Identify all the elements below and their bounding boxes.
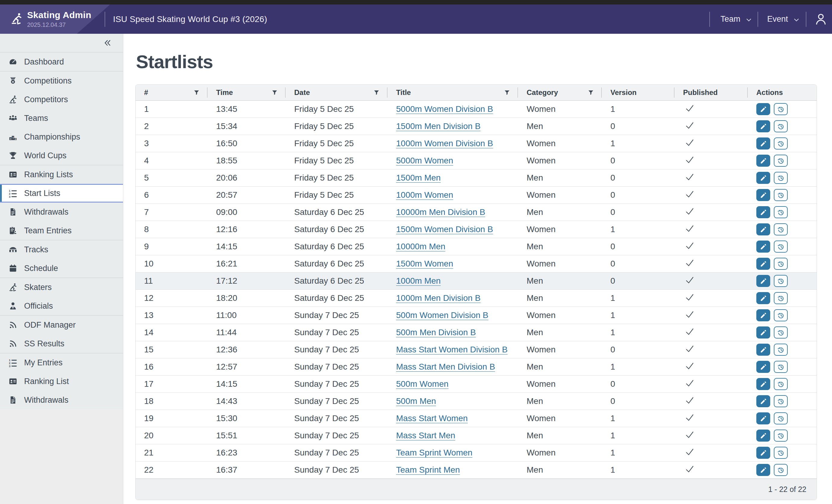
edit-button[interactable] — [756, 189, 770, 201]
filter-icon[interactable] — [373, 89, 380, 96]
team-menu[interactable]: Team — [721, 4, 752, 34]
startlist-title-link[interactable]: 1500m Men — [396, 173, 441, 182]
filter-icon[interactable] — [588, 89, 594, 96]
history-button[interactable] — [774, 361, 788, 373]
startlist-title-link[interactable]: 5000m Women — [396, 156, 453, 165]
startlist-title-link[interactable]: 10000m Men — [396, 242, 445, 251]
edit-button[interactable] — [756, 361, 770, 373]
edit-button[interactable] — [756, 241, 770, 253]
sidebar-item-start-lists[interactable]: Start Lists — [0, 184, 123, 203]
startlist-title-link[interactable]: 500m Men — [396, 396, 436, 406]
sidebar-item-ranking-lists[interactable]: Ranking Lists — [0, 165, 123, 184]
column-header-date[interactable]: Date — [285, 85, 387, 100]
history-button[interactable] — [774, 344, 788, 356]
sidebar-item-schedule[interactable]: Schedule — [0, 259, 123, 277]
history-button[interactable] — [774, 206, 788, 218]
filter-icon[interactable] — [193, 89, 200, 96]
sidebar-item-skaters[interactable]: Skaters — [0, 278, 123, 297]
edit-button[interactable] — [756, 223, 770, 235]
startlist-title-link[interactable]: Mass Start Women Division B — [396, 345, 508, 354]
column-header-actions[interactable]: Actions — [747, 85, 816, 100]
history-button[interactable] — [774, 395, 788, 407]
edit-button[interactable] — [756, 413, 770, 424]
sidebar-item-ranking-list[interactable]: Ranking List — [0, 372, 123, 391]
history-button[interactable] — [774, 378, 788, 390]
startlist-title-link[interactable]: Mass Start Women — [396, 414, 468, 423]
edit-button[interactable] — [756, 344, 770, 356]
history-button[interactable] — [774, 223, 788, 235]
edit-button[interactable] — [756, 258, 770, 270]
startlist-title-link[interactable]: Team Sprint Women — [396, 448, 472, 457]
edit-button[interactable] — [756, 292, 770, 304]
edit-button[interactable] — [756, 326, 770, 339]
sidebar-item-team-entries[interactable]: Team Entries — [0, 221, 123, 240]
history-button[interactable] — [774, 275, 788, 287]
startlist-title-link[interactable]: 1000m Women — [396, 190, 453, 200]
history-button[interactable] — [774, 103, 788, 115]
history-button[interactable] — [774, 189, 788, 201]
filter-icon[interactable] — [504, 89, 510, 96]
sidebar-item-odf-manager[interactable]: ODF Manager — [0, 316, 123, 334]
startlist-title-link[interactable]: Team Sprint Men — [396, 465, 460, 474]
history-button[interactable] — [774, 413, 788, 424]
edit-button[interactable] — [756, 447, 770, 459]
history-button[interactable] — [774, 172, 788, 184]
sidebar-item-my-entries[interactable]: My Entries — [0, 353, 123, 372]
sidebar-item-withdrawals[interactable]: Withdrawals — [0, 203, 123, 221]
column-header-time[interactable]: Time — [207, 85, 285, 100]
column-header-category[interactable]: Category — [518, 85, 601, 100]
edit-button[interactable] — [756, 429, 770, 442]
history-button[interactable] — [774, 447, 788, 459]
history-button[interactable] — [774, 241, 788, 253]
history-button[interactable] — [774, 258, 788, 270]
sidebar-item-competitions[interactable]: Competitions — [0, 72, 123, 90]
history-button[interactable] — [774, 326, 788, 339]
edit-button[interactable] — [756, 137, 770, 150]
event-menu[interactable]: Event — [767, 4, 800, 34]
startlist-title-link[interactable]: 1000m Men — [396, 276, 441, 286]
sidebar-item-officials[interactable]: Officials — [0, 297, 123, 315]
history-button[interactable] — [774, 309, 788, 321]
column-header-title[interactable]: Title — [387, 85, 518, 100]
history-button[interactable] — [774, 292, 788, 304]
startlist-title-link[interactable]: 500m Women — [396, 379, 448, 389]
edit-button[interactable] — [756, 275, 770, 287]
sidebar-item-withdrawals[interactable]: Withdrawals — [0, 391, 123, 409]
startlist-title-link[interactable]: 500m Men Division B — [396, 328, 476, 337]
edit-button[interactable] — [756, 103, 770, 115]
startlist-title-link[interactable]: 10000m Men Division B — [396, 207, 485, 217]
history-button[interactable] — [774, 464, 788, 476]
sidebar-item-tracks[interactable]: Tracks — [0, 240, 123, 259]
edit-button[interactable] — [756, 172, 770, 184]
user-menu-button[interactable] — [814, 4, 828, 34]
edit-button[interactable] — [756, 378, 770, 390]
column-header-version[interactable]: Version — [601, 85, 674, 100]
edit-button[interactable] — [756, 464, 770, 476]
startlist-title-link[interactable]: 1500m Women — [396, 259, 453, 268]
edit-button[interactable] — [756, 155, 770, 167]
sidebar-item-ss-results[interactable]: SS Results — [0, 334, 123, 353]
sidebar-collapse-button[interactable] — [103, 38, 113, 48]
edit-button[interactable] — [756, 395, 770, 407]
edit-button[interactable] — [756, 206, 770, 218]
column-header-published[interactable]: Published — [674, 85, 747, 100]
filter-icon[interactable] — [271, 89, 278, 96]
history-button[interactable] — [774, 137, 788, 150]
history-button[interactable] — [774, 429, 788, 442]
startlist-title-link[interactable]: 1500m Men Division B — [396, 122, 480, 131]
startlist-title-link[interactable]: 1500m Women Division B — [396, 224, 493, 234]
startlist-title-link[interactable]: 500m Women Division B — [396, 311, 488, 320]
startlist-title-link[interactable]: 1000m Men Division B — [396, 293, 480, 303]
startlist-title-link[interactable]: Mass Start Men Division B — [396, 362, 495, 371]
column-header-[interactable]: # — [136, 85, 207, 100]
startlist-title-link[interactable]: 1000m Women Division B — [396, 139, 493, 148]
startlist-title-link[interactable]: 5000m Women Division B — [396, 104, 493, 114]
edit-button[interactable] — [756, 309, 770, 321]
sidebar-item-championships[interactable]: Championships — [0, 128, 123, 146]
history-button[interactable] — [774, 120, 788, 132]
edit-button[interactable] — [756, 120, 770, 132]
startlist-title-link[interactable]: Mass Start Men — [396, 431, 455, 440]
history-button[interactable] — [774, 155, 788, 167]
sidebar-item-teams[interactable]: Teams — [0, 109, 123, 128]
sidebar-item-competitors[interactable]: Competitors — [0, 90, 123, 109]
